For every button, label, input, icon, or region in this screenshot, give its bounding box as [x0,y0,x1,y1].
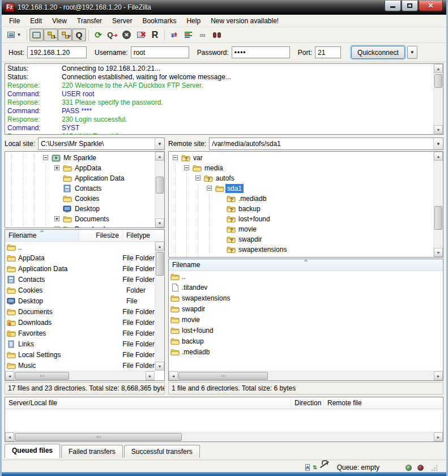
local-tree-item-contacts[interactable]: Contacts [6,183,153,194]
close-button[interactable]: ✕ [419,1,443,11]
scroll-left-icon[interactable]: ◄ [169,371,178,380]
password-input[interactable] [232,46,290,58]
quickconnect-dropdown-button[interactable]: ▼ [407,46,417,59]
remote-tree-vertical-scrollbar[interactable]: ▲ ▼ [433,152,443,257]
username-input[interactable] [131,46,189,58]
menu-item-transfer[interactable]: Transfer [72,16,107,26]
remote-tree-item-dvd[interactable]: ?dvd [170,255,432,258]
local-column-filetype[interactable]: Filetype [123,230,164,241]
maximize-button[interactable] [402,1,418,11]
tree-item-label[interactable]: Contacts [73,184,103,193]
scroll-up-icon[interactable]: ▲ [155,152,164,161]
toggle-local-tree-button[interactable]: L [44,28,58,41]
port-input[interactable] [315,46,341,58]
remote-tree-item-var[interactable]: ?var [170,153,432,163]
process-queue-button[interactable]: Q➜ [105,28,120,41]
unencrypted-connection-icon[interactable] [321,463,331,472]
local-file-row-desktop[interactable]: DesktopFile [5,295,155,306]
synchronized-browsing-button[interactable]: ∞ [195,28,210,41]
local-file-row-application-data[interactable]: Application DataFile Folder [5,263,155,274]
local-file-row-contacts[interactable]: ContactsFile Folder [5,274,155,285]
tab-queued-files[interactable]: Queued files [5,444,60,458]
expand-plus-icon[interactable] [54,216,59,221]
queue-hscroll-thumb[interactable] [15,433,182,441]
expand-plus-icon[interactable] [54,226,59,228]
tree-item-label[interactable]: dvd [225,255,240,258]
collapse-minus-icon[interactable] [207,186,212,191]
remote-file-row-movie[interactable]: movie [169,314,443,325]
quickconnect-button[interactable]: Quickconnect [351,46,405,59]
scroll-left-icon[interactable]: ◄ [5,432,14,441]
tree-item-label[interactable]: backup [237,204,262,213]
local-file-row-favorites[interactable]: FavoritesFile Folder [5,328,155,338]
tab-failed-transfers[interactable]: Failed transfers [61,445,123,458]
remote-tree-item-sda1[interactable]: sda1 [170,183,432,194]
resize-grip[interactable] [430,464,437,471]
log-scroll-thumb[interactable] [434,74,442,88]
remote-tree-item-lost-found[interactable]: ?lost+found [170,214,432,224]
local-file-row-documents[interactable]: DocumentsFile Folder [5,306,155,317]
tree-item-label[interactable]: Mr Sparkle [62,153,98,162]
tree-expander-minus[interactable] [204,183,215,194]
tree-item-label[interactable]: sda1 [225,184,244,193]
menu-item-edit[interactable]: Edit [25,16,47,26]
queue-horizontal-scrollbar[interactable]: ◄ ► [5,432,443,441]
local-tree-item-appdata[interactable]: AppData [6,163,153,173]
site-manager-button[interactable]: ▼ [4,28,24,41]
menu-item-new-version-available[interactable]: New version available! [206,16,284,26]
log-vertical-scrollbar[interactable]: ▲ ▼ [433,64,443,134]
tree-item-label[interactable]: autofs [214,174,236,183]
remote-tree-item-autofs[interactable]: ?autofs [170,173,432,183]
toggle-message-log-button[interactable] [29,28,44,41]
tree-expander-minus[interactable] [181,163,193,173]
tree-item-label[interactable]: Application Data [73,174,126,183]
tree-item-label[interactable]: Documents [73,215,111,224]
minimize-button[interactable] [385,1,401,11]
tree-item-label[interactable]: var [191,153,204,162]
tree-item-label[interactable]: swapdir [237,235,263,244]
tree-item-label[interactable]: Downloads [73,225,110,228]
tree-expander-minus[interactable] [40,153,52,163]
menu-item-file[interactable]: File [4,16,25,26]
local-list-hscroll-thumb[interactable] [15,372,69,380]
local-file-row-music[interactable]: MusicFile Folder [5,360,155,371]
remote-file-row-swapextensions[interactable]: swapextensions [169,293,443,303]
local-tree-vertical-scrollbar[interactable]: ▲ ▼ [155,152,164,228]
collapse-minus-icon[interactable] [173,155,178,160]
scroll-down-icon[interactable]: ▼ [434,125,443,134]
tree-item-label[interactable]: swapextensions [237,245,288,254]
local-file-row-[interactable]: .. [5,242,155,252]
tree-item-label[interactable]: Desktop [73,204,101,213]
tree-item-label[interactable]: media [203,164,225,173]
remote-file-row-swapdir[interactable]: swapdir [169,303,443,314]
remote-file-row-titandev[interactable]: .titandev [169,282,443,293]
toggle-queue-button[interactable]: Q [72,28,86,41]
collapse-minus-icon[interactable] [184,165,189,170]
scroll-up-icon[interactable]: ▲ [155,242,164,251]
host-input[interactable] [27,46,87,58]
expand-plus-icon[interactable] [54,165,59,170]
scroll-up-icon[interactable]: ▲ [434,64,443,73]
scroll-down-icon[interactable]: ▼ [434,248,443,257]
remote-list-hscroll-thumb[interactable] [178,372,268,380]
local-file-row-links[interactable]: LinksFile Folder [5,338,155,349]
queue-column-remote-file[interactable]: Remote file [324,397,443,409]
reconnect-button[interactable]: R [148,28,162,41]
tree-item-label[interactable]: AppData [73,164,103,173]
tree-item-label[interactable]: Cookies [73,194,101,203]
scroll-left-icon[interactable]: ◄ [5,371,14,380]
local-tree-item-downloads[interactable]: Downloads [6,224,153,228]
transfer-type-icon[interactable]: A [305,463,315,472]
scroll-down-icon[interactable]: ▼ [155,218,164,228]
tree-expander-plus[interactable] [52,163,63,173]
chevron-down-icon[interactable]: ▼ [155,138,164,149]
disconnect-button[interactable]: ✕ [134,28,148,41]
menu-item-bookmarks[interactable]: Bookmarks [137,16,181,26]
local-tree-item-cookies[interactable]: Cookies [6,194,153,204]
remote-tree-scroll-thumb[interactable] [434,206,442,230]
remote-tree-item-media[interactable]: media [170,163,432,173]
local-file-row-downloads[interactable]: DownloadsFile Folder [5,317,155,328]
local-tree-item-documents[interactable]: Documents [6,214,153,224]
remote-tree-item-swapdir[interactable]: ?swapdir [170,234,432,245]
local-tree-scroll-thumb[interactable] [156,177,164,194]
